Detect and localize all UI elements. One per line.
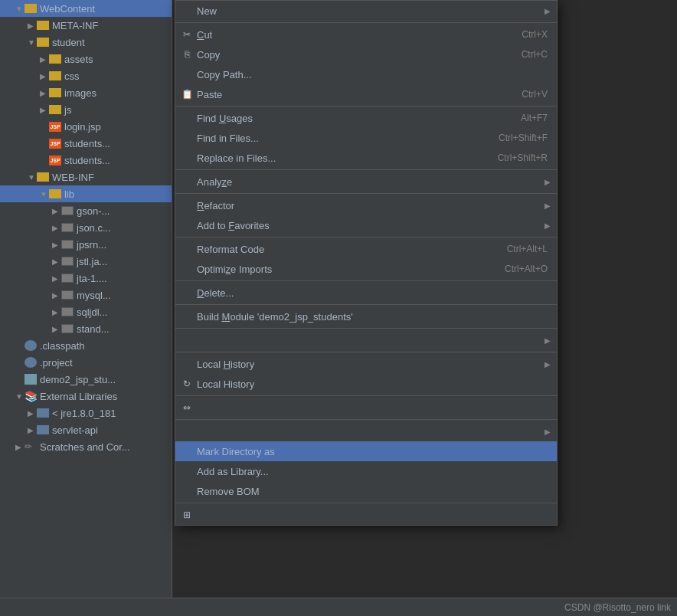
arrow-icon: ▶ [28,426,37,434]
arrow-icon: ▶ [52,241,61,249]
sidebar-item-label: jta-1.... [77,273,107,284]
menu-item-open-in[interactable] [175,330,557,350]
menu-separator [175,328,557,329]
sidebar-item-label: images [64,87,96,99]
sidebar-item-label: demo2_jsp_stu... [40,374,116,385]
sidebar-item-label: mysql... [77,290,111,301]
arrow-icon: ▶ [52,207,61,215]
sidebar-item-label: .classpath [40,340,85,352]
menu-separator [175,169,557,170]
folder-icon [37,172,49,182]
sidebar-item-label: js [64,104,71,116]
menu-item-reload-from-disk[interactable]: ↻ Local History [175,374,557,394]
sidebar-item-label: < jre1.8.0_181 [52,408,116,419]
compare-icon: ⇔ [180,402,194,413]
sidebar-item-meta-inf[interactable]: ▶ META-INF [0,17,172,34]
menu-separator [175,22,557,23]
sidebar-item-jpsrn[interactable]: ▶ jpsrn... [0,236,172,253]
classpath-icon [25,340,37,351]
sidebar-item-sqljdl[interactable]: ▶ sqljdl... [0,303,172,320]
menu-separator [175,193,557,194]
project-icon [25,357,37,368]
arrow-icon: ▼ [15,5,25,13]
sidebar-item-label: Scratches and Cor... [40,441,130,453]
menu-item-analyze[interactable]: Analyze [175,172,557,192]
menu-item-mark-directory[interactable] [175,421,557,441]
menu-item-refactor[interactable]: Refactor [175,195,557,215]
sidebar-item-stand[interactable]: ▶ stand... [0,320,172,337]
jar-icon [61,223,74,232]
sidebar-item-label: WebContent [40,3,95,15]
sidebar-item-js[interactable]: ▶ js [0,101,172,118]
arrow-icon: ▶ [40,55,49,64]
menu-item-find-in-files[interactable]: Find in Files... Ctrl+Shift+F [175,128,557,148]
jar-icon [61,324,74,333]
sidebar-item-classpath[interactable]: .classpath [0,337,172,354]
arrow-icon: ▶ [52,308,61,316]
menu-item-add-as-library[interactable]: Mark Directory as [175,441,557,461]
sidebar-item-external-libraries[interactable]: ▼ 📚 External Libraries [0,388,172,405]
sidebar-item-students1[interactable]: JSP students... [0,135,172,152]
sidebar-item-css[interactable]: ▶ css [0,67,172,84]
folder-icon [49,88,61,97]
sidebar-item-web-inf[interactable]: ▼ WEB-INF [0,169,172,185]
menu-item-add-bom[interactable]: Remove BOM [175,481,557,501]
menu-item-new[interactable]: New [175,1,557,21]
sidebar-item-images[interactable]: ▶ images [0,84,172,101]
jar-icon [61,206,74,215]
menu-item-diagrams[interactable]: ⊞ [175,505,557,525]
jar-icon [61,274,74,283]
menu-item-add-to-favorites[interactable]: Add to Favorites [175,215,557,235]
sidebar-item-scratches[interactable]: ▶ ✏ Scratches and Cor... [0,438,172,455]
sidebar-item-label: External Libraries [40,391,117,402]
menu-item-copy[interactable]: ⎘ Copy Ctrl+C [175,44,557,64]
menu-item-compare-with[interactable]: ⇔ [175,398,557,418]
menu-separator [175,237,557,238]
menu-item-cut[interactable]: ✂ Cut Ctrl+X [175,25,557,44]
sidebar-item-mysql[interactable]: ▶ mysql... [0,287,172,303]
sidebar-item-jta[interactable]: ▶ jta-1.... [0,270,172,287]
sidebar-item-login-jsp[interactable]: JSP login.jsp [0,118,172,135]
menu-item-reformat-code[interactable]: Reformat Code Ctrl+Alt+L [175,239,557,259]
status-text: CSDN @Risotto_nero link [564,602,671,613]
menu-item-build-module[interactable]: Build Module 'demo2_jsp_students' [175,306,557,326]
sidebar-item-gson[interactable]: ▶ gson-... [0,202,172,219]
arrow-icon: ▼ [40,190,49,198]
sidebar-item-webcontent[interactable]: ▼ WebContent [0,0,172,17]
sidebar-item-json[interactable]: ▶ json.c... [0,219,172,236]
sidebar-item-label: stand... [77,323,110,335]
cut-icon: ✂ [180,29,194,40]
menu-separator [175,280,557,281]
menu-separator [175,395,557,396]
jsp-icon: JSP [49,139,61,149]
sidebar-item-servlet-api[interactable]: ▶ servlet-api [0,421,172,438]
sidebar-item-assets[interactable]: ▶ assets [0,51,172,67]
sidebar-item-jstl[interactable]: ▶ jstl.ja... [0,253,172,270]
menu-item-paste[interactable]: 📋 Paste Ctrl+V [175,84,557,104]
menu-item-replace-in-files[interactable]: Replace in Files... Ctrl+Shift+R [175,148,557,168]
arrow-icon: ▶ [28,21,37,30]
folder-icon [49,71,61,80]
menu-item-copy-path[interactable]: Copy Path... [175,64,557,84]
sidebar-item-lib[interactable]: ▼ lib [0,185,172,202]
menu-separator [175,304,557,305]
folder-icon [49,105,61,114]
menu-item-optimize-imports[interactable]: Optimize Imports Ctrl+Alt+O [175,259,557,279]
sidebar-item-label: students... [64,138,110,149]
menu-item-remove-bom[interactable]: Add as Library... [175,461,557,481]
menu-separator [175,352,557,352]
menu-item-local-history[interactable]: Local History [175,354,557,374]
status-bar: CSDN @Risotto_nero link [0,598,677,616]
menu-item-delete[interactable]: Delete... [175,283,557,303]
sidebar-item-student[interactable]: ▼ student [0,34,172,51]
sidebar-item-demo2[interactable]: demo2_jsp_stu... [0,371,172,388]
sidebar-item-project[interactable]: .project [0,354,172,371]
reload-icon: ↻ [180,378,194,389]
sidebar-item-label: jpsrn... [77,239,106,251]
sidebar-item-students2[interactable]: JSP students... [0,152,172,169]
diagrams-icon: ⊞ [180,510,194,520]
menu-item-find-usages[interactable]: Find Usages Alt+F7 [175,108,557,128]
sidebar-item-jre[interactable]: ▶ < jre1.8.0_181 [0,405,172,421]
arrow-icon: ▼ [28,173,37,182]
sidebar-item-label: json.c... [77,222,111,234]
